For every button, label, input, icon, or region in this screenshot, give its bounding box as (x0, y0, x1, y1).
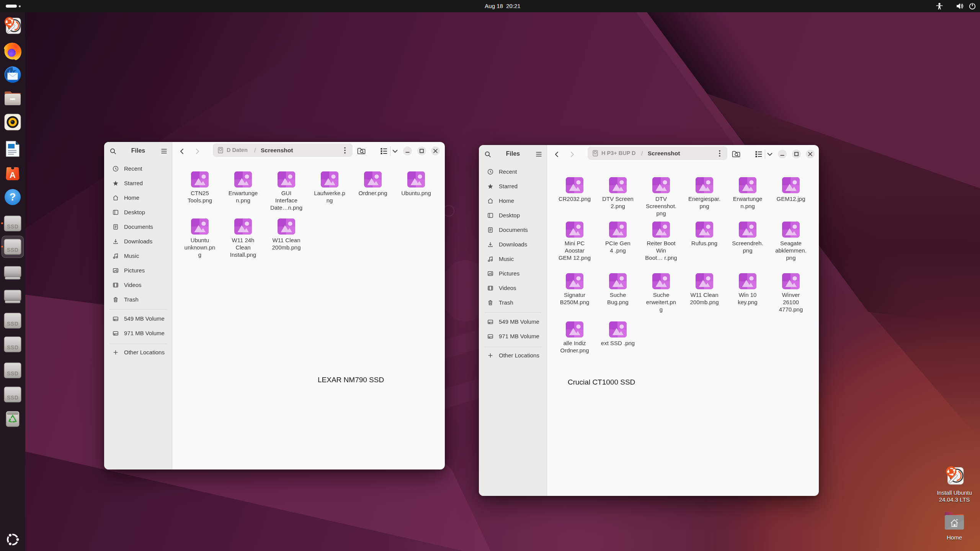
svg-text:A: A (10, 170, 16, 180)
svg-text:?: ? (10, 191, 16, 203)
